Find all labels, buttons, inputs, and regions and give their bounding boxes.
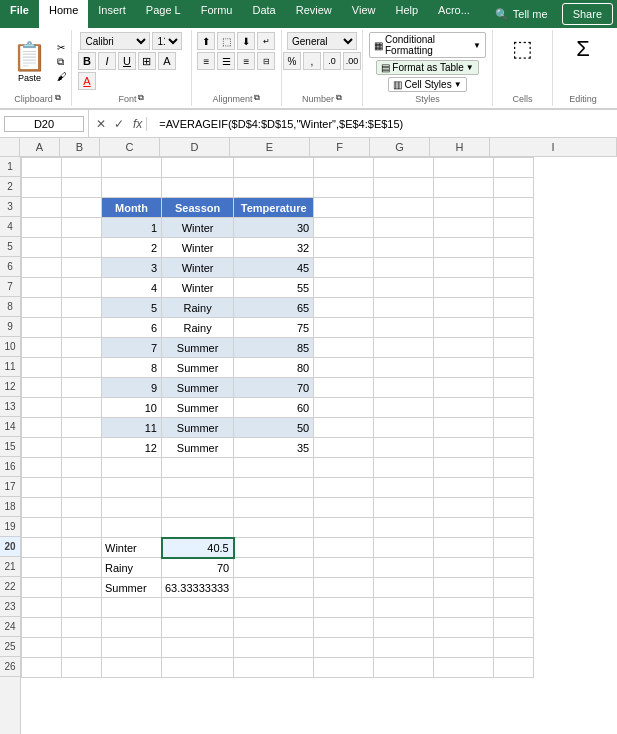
cell-i19[interactable] <box>494 518 534 538</box>
tab-page-layout[interactable]: Page L <box>136 0 191 28</box>
cell-c8[interactable]: 5 <box>102 298 162 318</box>
cell-d11[interactable]: Summer <box>162 358 234 378</box>
cell-g9[interactable] <box>374 318 434 338</box>
cell-a1[interactable] <box>22 158 62 178</box>
cell-g5[interactable] <box>374 238 434 258</box>
cell-f11[interactable] <box>314 358 374 378</box>
align-left-button[interactable]: ≡ <box>197 52 215 70</box>
row-header-15[interactable]: 15 <box>0 437 20 457</box>
cell-e11[interactable]: 80 <box>234 358 314 378</box>
cell-d17[interactable] <box>162 478 234 498</box>
row-header-22[interactable]: 22 <box>0 577 20 597</box>
cell-g19[interactable] <box>374 518 434 538</box>
cell-a21[interactable] <box>22 558 62 578</box>
cell-f20[interactable] <box>314 538 374 558</box>
cell-g17[interactable] <box>374 478 434 498</box>
cell-d16[interactable] <box>162 458 234 478</box>
cell-b5[interactable] <box>62 238 102 258</box>
cell-b14[interactable] <box>62 418 102 438</box>
cell-d2[interactable] <box>162 178 234 198</box>
cell-f1[interactable] <box>314 158 374 178</box>
cell-b9[interactable] <box>62 318 102 338</box>
cell-d24[interactable] <box>162 618 234 638</box>
cell-g22[interactable] <box>374 578 434 598</box>
cell-b10[interactable] <box>62 338 102 358</box>
formula-input[interactable] <box>155 118 617 130</box>
cell-e14[interactable]: 50 <box>234 418 314 438</box>
cell-b8[interactable] <box>62 298 102 318</box>
cell-i7[interactable] <box>494 278 534 298</box>
cell-g4[interactable] <box>374 218 434 238</box>
cell-c25[interactable] <box>102 638 162 658</box>
cut-button[interactable]: ✂ <box>55 41 69 54</box>
col-header-d[interactable]: D <box>160 138 230 156</box>
cell-g21[interactable] <box>374 558 434 578</box>
border-button[interactable]: ⊞ <box>138 52 156 70</box>
cell-c13[interactable]: 10 <box>102 398 162 418</box>
col-header-i[interactable]: I <box>490 138 617 156</box>
cell-e20[interactable] <box>234 538 314 558</box>
cell-d18[interactable] <box>162 498 234 518</box>
cell-a20[interactable] <box>22 538 62 558</box>
cell-e12[interactable]: 70 <box>234 378 314 398</box>
cell-h26[interactable] <box>434 658 494 678</box>
cell-b22[interactable] <box>62 578 102 598</box>
cell-a23[interactable] <box>22 598 62 618</box>
tab-help[interactable]: Help <box>385 0 428 28</box>
cell-h2[interactable] <box>434 178 494 198</box>
cell-i3[interactable] <box>494 198 534 218</box>
align-top-button[interactable]: ⬆ <box>197 32 215 50</box>
cell-i12[interactable] <box>494 378 534 398</box>
row-header-20[interactable]: 20 <box>0 537 20 557</box>
cell-b21[interactable] <box>62 558 102 578</box>
cell-b11[interactable] <box>62 358 102 378</box>
cell-d13[interactable]: Summer <box>162 398 234 418</box>
confirm-formula-button[interactable]: ✓ <box>111 116 127 132</box>
row-header-13[interactable]: 13 <box>0 397 20 417</box>
cell-i18[interactable] <box>494 498 534 518</box>
cell-i4[interactable] <box>494 218 534 238</box>
cell-c20[interactable]: Winter <box>102 538 162 558</box>
cell-d21[interactable]: 70 <box>162 558 234 578</box>
cell-f2[interactable] <box>314 178 374 198</box>
cell-e26[interactable] <box>234 658 314 678</box>
col-header-e[interactable]: E <box>230 138 310 156</box>
cell-c4[interactable]: 1 <box>102 218 162 238</box>
cell-h8[interactable] <box>434 298 494 318</box>
cell-e9[interactable]: 75 <box>234 318 314 338</box>
cell-e22[interactable] <box>234 578 314 598</box>
cell-i14[interactable] <box>494 418 534 438</box>
tab-view[interactable]: View <box>342 0 386 28</box>
clipboard-expand-icon[interactable]: ⧉ <box>55 93 61 103</box>
cell-i8[interactable] <box>494 298 534 318</box>
cell-f22[interactable] <box>314 578 374 598</box>
cell-c5[interactable]: 2 <box>102 238 162 258</box>
cell-h17[interactable] <box>434 478 494 498</box>
cell-d9[interactable]: Rainy <box>162 318 234 338</box>
tab-acrobat[interactable]: Acro... <box>428 0 480 28</box>
cell-b13[interactable] <box>62 398 102 418</box>
fill-color-button[interactable]: A <box>158 52 176 70</box>
cell-c3[interactable]: Month <box>102 198 162 218</box>
cell-i6[interactable] <box>494 258 534 278</box>
cell-b6[interactable] <box>62 258 102 278</box>
cell-g25[interactable] <box>374 638 434 658</box>
cell-g7[interactable] <box>374 278 434 298</box>
cell-c11[interactable]: 8 <box>102 358 162 378</box>
cell-g23[interactable] <box>374 598 434 618</box>
tab-insert[interactable]: Insert <box>88 0 136 28</box>
cell-d6[interactable]: Winter <box>162 258 234 278</box>
cell-a9[interactable] <box>22 318 62 338</box>
cell-a26[interactable] <box>22 658 62 678</box>
row-header-19[interactable]: 19 <box>0 517 20 537</box>
cell-c14[interactable]: 11 <box>102 418 162 438</box>
cell-c2[interactable] <box>102 178 162 198</box>
paste-button[interactable]: 📋 Paste <box>6 32 53 91</box>
col-header-h[interactable]: H <box>430 138 490 156</box>
cell-a25[interactable] <box>22 638 62 658</box>
row-header-10[interactable]: 10 <box>0 337 20 357</box>
cell-a2[interactable] <box>22 178 62 198</box>
cell-h20[interactable] <box>434 538 494 558</box>
cell-d20[interactable]: 40.5 <box>162 538 234 558</box>
cell-g18[interactable] <box>374 498 434 518</box>
